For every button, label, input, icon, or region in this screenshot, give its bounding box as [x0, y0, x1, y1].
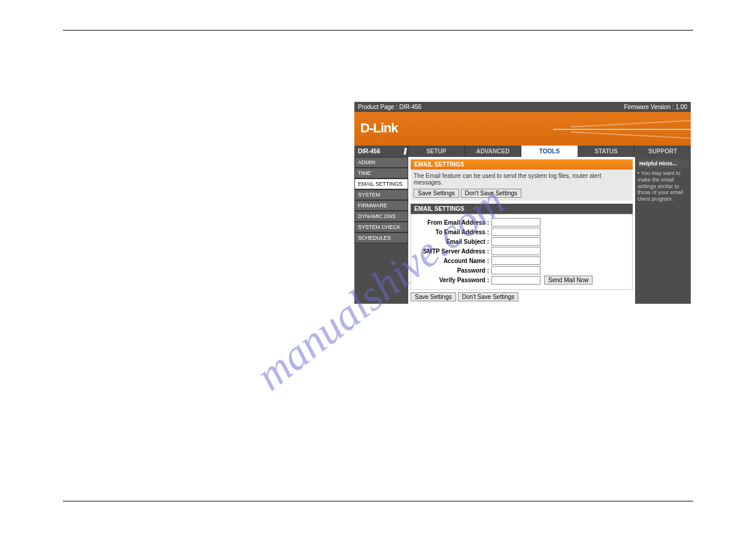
email-subject-input[interactable] — [491, 237, 541, 246]
email-settings-form: From Email Address : To Email Address : … — [411, 214, 633, 290]
sidebar: ADMIN TIME EMAIL SETTINGS SYSTEM FIRMWAR… — [354, 157, 408, 304]
helpful-hints-panel: Helpful Hints... • You may want to make … — [635, 157, 691, 304]
body-row: ADMIN TIME EMAIL SETTINGS SYSTEM FIRMWAR… — [354, 157, 691, 304]
sidebar-system[interactable]: SYSTEM — [354, 189, 408, 200]
smtp-input[interactable] — [491, 247, 541, 255]
verify-password-label: Verify Password : — [414, 277, 491, 283]
model-label: DIR-456 /// — [354, 146, 408, 157]
account-name-input[interactable] — [491, 256, 541, 265]
brand-banner: D-Link — [354, 112, 691, 146]
dlink-logo: D-Link — [360, 120, 397, 136]
sidebar-time[interactable]: TIME — [354, 168, 408, 179]
firmware-version: Firmware Version : 1.00 — [624, 104, 687, 110]
sidebar-system-check[interactable]: SYSTEM CHECK — [354, 222, 408, 232]
section-description: The Email feature can be used to send th… — [414, 173, 630, 186]
section-title-1: EMAIL SETTINGS — [411, 159, 633, 170]
model-text: DIR-456 — [358, 148, 380, 155]
hints-text: • You may want to make the email setting… — [637, 170, 688, 202]
product-page-label: Product Page : — [358, 104, 397, 110]
product-page-link[interactable]: DIR-456 — [399, 104, 421, 110]
dont-save-settings-button-bottom[interactable]: Don't Save Settings — [458, 292, 519, 301]
account-name-label: Account Name : — [414, 258, 491, 264]
section-title-2: EMAIL SETTINGS — [411, 204, 633, 214]
send-mail-now-button[interactable]: Send Mail Now — [544, 276, 593, 285]
email-subject-label: Email Subject : — [414, 238, 491, 245]
to-email-input[interactable] — [491, 228, 541, 236]
bottom-button-row: Save Settings Don't Save Settings — [411, 292, 633, 301]
dont-save-settings-button-top[interactable]: Don't Save Settings — [461, 189, 522, 198]
nav-advanced[interactable]: ADVANCED — [465, 146, 522, 157]
from-email-input[interactable] — [491, 218, 541, 226]
verify-password-input[interactable] — [491, 276, 541, 285]
main-nav: DIR-456 /// SETUP ADVANCED TOOLS STATUS … — [354, 146, 691, 157]
product-top-bar: Product Page : DIR-456 Firmware Version … — [354, 102, 691, 112]
to-email-label: To Email Address : — [414, 229, 491, 235]
nav-support[interactable]: SUPPORT — [634, 146, 691, 157]
bottom-rule — [63, 501, 693, 501]
from-email-label: From Email Address : — [414, 219, 491, 226]
sidebar-dynamic-dns[interactable]: DYNAMIC DNS — [354, 211, 408, 222]
content-area: EMAIL SETTINGS The Email feature can be … — [408, 157, 635, 304]
nav-setup[interactable]: SETUP — [408, 146, 465, 157]
save-settings-button-bottom[interactable]: Save Settings — [411, 292, 456, 301]
hints-title: Helpful Hints... — [637, 159, 688, 168]
nav-tools[interactable]: TOOLS — [521, 146, 578, 157]
sidebar-email-settings[interactable]: EMAIL SETTINGS — [354, 179, 408, 189]
router-admin-panel: Product Page : DIR-456 Firmware Version … — [354, 102, 691, 304]
sidebar-firmware[interactable]: FIRMWARE — [354, 200, 408, 211]
password-label: Password : — [414, 267, 491, 274]
slash-icon: /// — [403, 147, 405, 156]
smtp-label: SMTP Server Address : — [414, 248, 491, 255]
top-rule — [63, 30, 693, 31]
save-settings-button-top[interactable]: Save Settings — [414, 189, 459, 198]
sidebar-schedules[interactable]: SCHEDULES — [354, 232, 408, 243]
section-body-1: The Email feature can be used to send th… — [411, 170, 633, 201]
password-input[interactable] — [491, 266, 541, 274]
sidebar-admin[interactable]: ADMIN — [354, 157, 408, 168]
banner-decoration — [553, 129, 691, 130]
nav-status[interactable]: STATUS — [578, 146, 635, 157]
